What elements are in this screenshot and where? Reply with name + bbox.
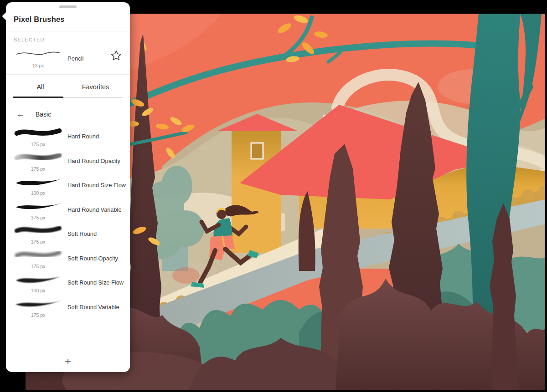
brush-stroke-preview	[14, 272, 62, 285]
brush-name: Soft Round Opacity	[67, 255, 118, 262]
pencil-stroke-preview	[14, 47, 62, 61]
brush-name: Soft Round Size Flow	[67, 279, 124, 286]
tab-all[interactable]: All	[13, 76, 68, 97]
selected-section-label: SELECTED	[14, 37, 45, 42]
favorite-star-button[interactable]	[109, 48, 124, 63]
drag-handle-icon[interactable]	[59, 5, 77, 8]
brush-list-item[interactable]: 175 px Hard Round	[6, 124, 130, 149]
tab-favorites[interactable]: Favorites	[68, 76, 123, 97]
brush-stroke-preview	[14, 126, 62, 139]
brush-size-label: 175 px	[14, 142, 62, 147]
brush-list-item[interactable]: 175 px Hard Round Variable	[6, 198, 130, 222]
brush-list-item[interactable]: 100 px Hard Round Size Flow	[6, 173, 130, 198]
brush-size-label: 175 px	[14, 166, 62, 172]
brush-stroke-preview	[14, 223, 62, 237]
brush-stroke-preview	[14, 248, 62, 261]
brush-tabs: All Favorites	[13, 76, 123, 97]
category-header: ← Basic	[14, 106, 51, 122]
brush-size-label: 100 px	[14, 288, 62, 293]
panel-title: Pixel Brushes	[14, 15, 65, 24]
brush-stroke-preview	[14, 199, 62, 213]
brush-name: Hard Round Opacity	[67, 158, 120, 164]
back-arrow-icon[interactable]: ←	[14, 107, 27, 121]
brush-size-label: 100 px	[14, 190, 62, 196]
selected-brush-name: Pencil	[67, 55, 83, 62]
category-name: Basic	[36, 111, 51, 118]
brush-stroke-preview	[14, 174, 62, 188]
pixel-brushes-panel: Pixel Brushes SELECTED 13 px Pencil All …	[6, 2, 130, 372]
brush-name: Hard Round Size Flow	[67, 182, 126, 188]
brush-stroke-preview	[14, 150, 62, 164]
brush-list-item[interactable]: 175 px Soft Round Opacity	[6, 246, 130, 271]
brush-size-label: 175 px	[14, 239, 62, 244]
brush-name: Hard Round Variable	[67, 206, 122, 213]
active-tab-indicator	[13, 97, 63, 98]
app-window: Pixel Brushes SELECTED 13 px Pencil All …	[0, 0, 547, 392]
add-brush-button[interactable]: +	[58, 354, 78, 369]
brush-list-item[interactable]: 175 px Soft Round	[6, 222, 130, 246]
divider	[6, 31, 130, 31]
panel-pointer-notch	[2, 12, 10, 20]
brush-name: Soft Round	[67, 230, 97, 237]
brush-name: Soft Round Variable	[67, 304, 119, 311]
tower-window	[251, 143, 263, 159]
brush-size-label: 175 px	[14, 215, 62, 220]
brush-name: Hard Round	[67, 133, 99, 140]
brush-list-item[interactable]: 175 px Soft Round Variable	[6, 295, 130, 320]
star-outline-icon	[110, 50, 122, 61]
brush-size-label: 175 px	[14, 312, 62, 318]
selected-brush-size: 13 px	[14, 63, 62, 68]
brush-list: 175 px Hard Round 175 px Hard Round Opac…	[6, 124, 130, 319]
brush-list-item[interactable]: 175 px Hard Round Opacity	[6, 149, 130, 173]
brush-stroke-preview	[14, 296, 62, 310]
divider	[6, 74, 130, 75]
brush-size-label: 175 px	[14, 264, 62, 269]
brush-list-item[interactable]: 100 px Soft Round Size Flow	[6, 270, 130, 295]
selected-brush-row[interactable]: 13 px Pencil	[6, 44, 130, 73]
